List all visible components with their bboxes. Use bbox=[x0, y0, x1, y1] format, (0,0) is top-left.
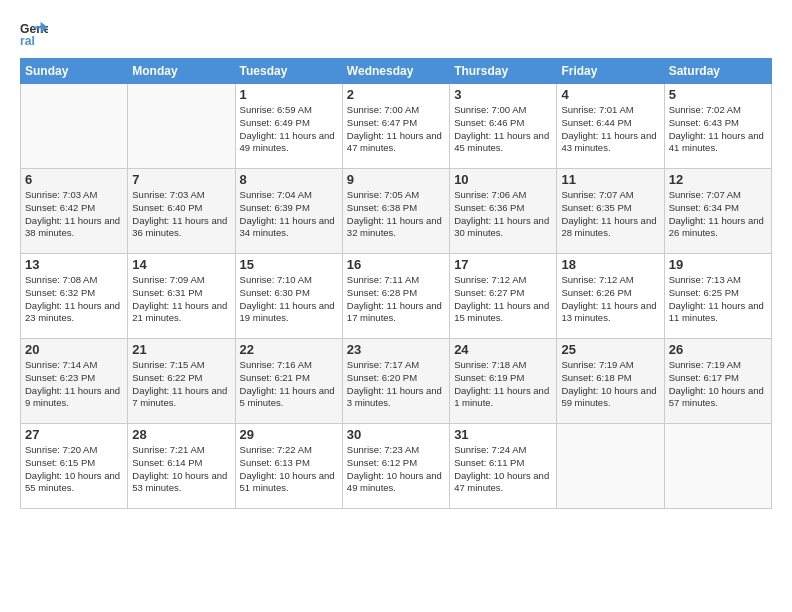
day-info: Sunrise: 6:59 AM Sunset: 6:49 PM Dayligh… bbox=[240, 104, 338, 155]
sunrise: Sunrise: 7:03 AM bbox=[132, 189, 230, 202]
sunrise: Sunrise: 7:10 AM bbox=[240, 274, 338, 287]
day-info: Sunrise: 7:00 AM Sunset: 6:46 PM Dayligh… bbox=[454, 104, 552, 155]
sunrise: Sunrise: 7:05 AM bbox=[347, 189, 445, 202]
weekday-row: SundayMondayTuesdayWednesdayThursdayFrid… bbox=[21, 59, 772, 84]
sunrise: Sunrise: 7:20 AM bbox=[25, 444, 123, 457]
sunrise: Sunrise: 7:01 AM bbox=[561, 104, 659, 117]
daylight: Daylight: 10 hours and 51 minutes. bbox=[240, 470, 338, 496]
calendar-cell: 27 Sunrise: 7:20 AM Sunset: 6:15 PM Dayl… bbox=[21, 424, 128, 509]
daylight: Daylight: 11 hours and 15 minutes. bbox=[454, 300, 552, 326]
day-number: 7 bbox=[132, 172, 230, 187]
day-info: Sunrise: 7:19 AM Sunset: 6:18 PM Dayligh… bbox=[561, 359, 659, 410]
calendar-cell: 3 Sunrise: 7:00 AM Sunset: 6:46 PM Dayli… bbox=[450, 84, 557, 169]
daylight: Daylight: 11 hours and 36 minutes. bbox=[132, 215, 230, 241]
daylight: Daylight: 11 hours and 38 minutes. bbox=[25, 215, 123, 241]
calendar-cell: 23 Sunrise: 7:17 AM Sunset: 6:20 PM Dayl… bbox=[342, 339, 449, 424]
calendar-cell: 13 Sunrise: 7:08 AM Sunset: 6:32 PM Dayl… bbox=[21, 254, 128, 339]
sunset: Sunset: 6:40 PM bbox=[132, 202, 230, 215]
daylight: Daylight: 11 hours and 9 minutes. bbox=[25, 385, 123, 411]
day-info: Sunrise: 7:02 AM Sunset: 6:43 PM Dayligh… bbox=[669, 104, 767, 155]
daylight: Daylight: 11 hours and 1 minute. bbox=[454, 385, 552, 411]
day-info: Sunrise: 7:09 AM Sunset: 6:31 PM Dayligh… bbox=[132, 274, 230, 325]
calendar-cell: 26 Sunrise: 7:19 AM Sunset: 6:17 PM Dayl… bbox=[664, 339, 771, 424]
day-number: 21 bbox=[132, 342, 230, 357]
day-number: 14 bbox=[132, 257, 230, 272]
sunrise: Sunrise: 7:12 AM bbox=[561, 274, 659, 287]
day-info: Sunrise: 7:07 AM Sunset: 6:35 PM Dayligh… bbox=[561, 189, 659, 240]
calendar-cell: 9 Sunrise: 7:05 AM Sunset: 6:38 PM Dayli… bbox=[342, 169, 449, 254]
week-row-1: 1 Sunrise: 6:59 AM Sunset: 6:49 PM Dayli… bbox=[21, 84, 772, 169]
day-number: 4 bbox=[561, 87, 659, 102]
day-number: 28 bbox=[132, 427, 230, 442]
day-number: 1 bbox=[240, 87, 338, 102]
daylight: Daylight: 11 hours and 47 minutes. bbox=[347, 130, 445, 156]
day-info: Sunrise: 7:23 AM Sunset: 6:12 PM Dayligh… bbox=[347, 444, 445, 495]
calendar-cell bbox=[557, 424, 664, 509]
calendar-cell: 17 Sunrise: 7:12 AM Sunset: 6:27 PM Dayl… bbox=[450, 254, 557, 339]
daylight: Daylight: 10 hours and 53 minutes. bbox=[132, 470, 230, 496]
sunset: Sunset: 6:30 PM bbox=[240, 287, 338, 300]
day-info: Sunrise: 7:13 AM Sunset: 6:25 PM Dayligh… bbox=[669, 274, 767, 325]
day-info: Sunrise: 7:22 AM Sunset: 6:13 PM Dayligh… bbox=[240, 444, 338, 495]
calendar-header: SundayMondayTuesdayWednesdayThursdayFrid… bbox=[21, 59, 772, 84]
daylight: Daylight: 11 hours and 19 minutes. bbox=[240, 300, 338, 326]
sunrise: Sunrise: 7:18 AM bbox=[454, 359, 552, 372]
daylight: Daylight: 10 hours and 57 minutes. bbox=[669, 385, 767, 411]
sunset: Sunset: 6:31 PM bbox=[132, 287, 230, 300]
sunset: Sunset: 6:27 PM bbox=[454, 287, 552, 300]
weekday-header-tuesday: Tuesday bbox=[235, 59, 342, 84]
sunrise: Sunrise: 7:02 AM bbox=[669, 104, 767, 117]
sunset: Sunset: 6:18 PM bbox=[561, 372, 659, 385]
calendar-cell bbox=[128, 84, 235, 169]
day-info: Sunrise: 7:24 AM Sunset: 6:11 PM Dayligh… bbox=[454, 444, 552, 495]
day-info: Sunrise: 7:16 AM Sunset: 6:21 PM Dayligh… bbox=[240, 359, 338, 410]
day-info: Sunrise: 7:21 AM Sunset: 6:14 PM Dayligh… bbox=[132, 444, 230, 495]
daylight: Daylight: 11 hours and 13 minutes. bbox=[561, 300, 659, 326]
sunrise: Sunrise: 7:19 AM bbox=[669, 359, 767, 372]
sunset: Sunset: 6:15 PM bbox=[25, 457, 123, 470]
day-number: 6 bbox=[25, 172, 123, 187]
day-info: Sunrise: 7:12 AM Sunset: 6:27 PM Dayligh… bbox=[454, 274, 552, 325]
daylight: Daylight: 11 hours and 43 minutes. bbox=[561, 130, 659, 156]
week-row-2: 6 Sunrise: 7:03 AM Sunset: 6:42 PM Dayli… bbox=[21, 169, 772, 254]
page-header: Gene ral bbox=[20, 20, 772, 48]
sunset: Sunset: 6:39 PM bbox=[240, 202, 338, 215]
sunset: Sunset: 6:49 PM bbox=[240, 117, 338, 130]
daylight: Daylight: 11 hours and 21 minutes. bbox=[132, 300, 230, 326]
sunset: Sunset: 6:26 PM bbox=[561, 287, 659, 300]
sunrise: Sunrise: 7:24 AM bbox=[454, 444, 552, 457]
day-info: Sunrise: 7:20 AM Sunset: 6:15 PM Dayligh… bbox=[25, 444, 123, 495]
sunset: Sunset: 6:42 PM bbox=[25, 202, 123, 215]
week-row-4: 20 Sunrise: 7:14 AM Sunset: 6:23 PM Dayl… bbox=[21, 339, 772, 424]
sunrise: Sunrise: 6:59 AM bbox=[240, 104, 338, 117]
day-number: 31 bbox=[454, 427, 552, 442]
sunrise: Sunrise: 7:17 AM bbox=[347, 359, 445, 372]
sunset: Sunset: 6:32 PM bbox=[25, 287, 123, 300]
calendar-cell: 12 Sunrise: 7:07 AM Sunset: 6:34 PM Dayl… bbox=[664, 169, 771, 254]
sunset: Sunset: 6:35 PM bbox=[561, 202, 659, 215]
day-info: Sunrise: 7:10 AM Sunset: 6:30 PM Dayligh… bbox=[240, 274, 338, 325]
sunset: Sunset: 6:21 PM bbox=[240, 372, 338, 385]
day-number: 13 bbox=[25, 257, 123, 272]
sunset: Sunset: 6:25 PM bbox=[669, 287, 767, 300]
daylight: Daylight: 10 hours and 59 minutes. bbox=[561, 385, 659, 411]
day-number: 30 bbox=[347, 427, 445, 442]
sunset: Sunset: 6:38 PM bbox=[347, 202, 445, 215]
daylight: Daylight: 11 hours and 23 minutes. bbox=[25, 300, 123, 326]
calendar-cell: 21 Sunrise: 7:15 AM Sunset: 6:22 PM Dayl… bbox=[128, 339, 235, 424]
svg-text:ral: ral bbox=[20, 34, 35, 48]
sunset: Sunset: 6:11 PM bbox=[454, 457, 552, 470]
day-number: 18 bbox=[561, 257, 659, 272]
daylight: Daylight: 10 hours and 55 minutes. bbox=[25, 470, 123, 496]
calendar-cell bbox=[664, 424, 771, 509]
sunrise: Sunrise: 7:00 AM bbox=[347, 104, 445, 117]
daylight: Daylight: 10 hours and 49 minutes. bbox=[347, 470, 445, 496]
calendar-cell bbox=[21, 84, 128, 169]
logo: Gene ral bbox=[20, 20, 52, 48]
day-number: 22 bbox=[240, 342, 338, 357]
day-number: 10 bbox=[454, 172, 552, 187]
day-info: Sunrise: 7:11 AM Sunset: 6:28 PM Dayligh… bbox=[347, 274, 445, 325]
sunset: Sunset: 6:14 PM bbox=[132, 457, 230, 470]
calendar-cell: 29 Sunrise: 7:22 AM Sunset: 6:13 PM Dayl… bbox=[235, 424, 342, 509]
weekday-header-thursday: Thursday bbox=[450, 59, 557, 84]
